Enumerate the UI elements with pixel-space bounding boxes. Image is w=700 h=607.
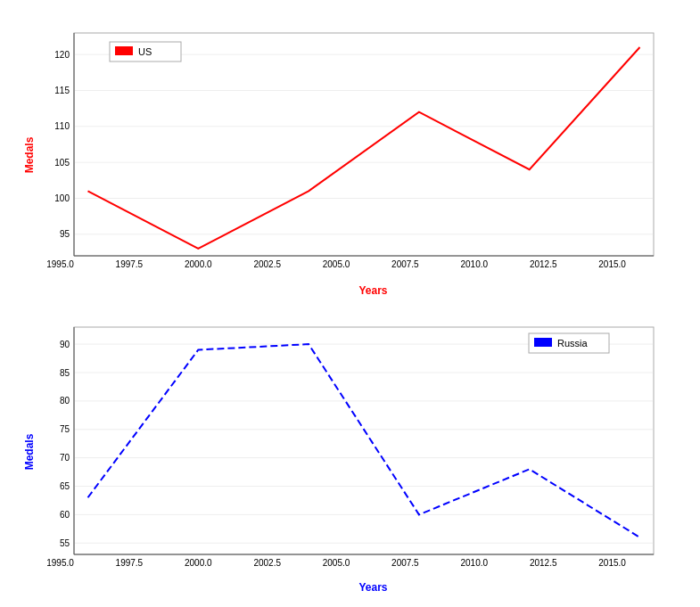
us-ytick-105: 105	[54, 158, 70, 168]
us-ytick-100: 100	[54, 193, 70, 203]
us-xtick-2005: 2005.0	[322, 259, 350, 269]
russia-legend-label: Russia	[557, 338, 589, 349]
main-container: Medals 95 100 105 110	[12, 10, 689, 598]
us-legend-label: US	[138, 46, 152, 57]
russia-ytick-55: 55	[59, 538, 70, 548]
russia-ytick-80: 80	[59, 396, 70, 406]
us-xtick-2015: 2015.0	[598, 259, 626, 269]
us-chart-svg: 95 100 105 110 115 120	[29, 20, 671, 291]
us-xtick-2002: 2002.5	[253, 259, 281, 269]
russia-xtick-2000: 2000.0	[185, 558, 212, 568]
russia-ytick-90: 90	[59, 340, 70, 349]
us-y-label: Medals	[23, 137, 36, 174]
russia-ytick-75: 75	[59, 424, 70, 434]
svg-rect-10	[74, 327, 654, 554]
us-chart-wrapper: Medals 95 100 105 110	[12, 10, 689, 302]
us-xtick-2012: 2012.5	[529, 259, 556, 269]
russia-xtick-2010: 2010.0	[460, 558, 488, 568]
russia-x-label: Years	[359, 581, 388, 594]
us-xtick-2000: 2000.0	[185, 259, 212, 269]
russia-chart-svg: 55 60 65 70 75 80 85 90 1995.0 199	[29, 314, 671, 590]
russia-y-label: Medals	[23, 433, 36, 470]
us-ytick-95: 95	[59, 229, 70, 239]
russia-xtick-2012: 2012.5	[529, 558, 556, 568]
svg-rect-0	[74, 33, 654, 256]
russia-ytick-85: 85	[59, 368, 70, 378]
russia-chart-wrapper: Medals 55 60 65	[12, 306, 689, 598]
russia-xtick-2005: 2005.0	[322, 558, 350, 568]
us-ytick-120: 120	[54, 50, 70, 60]
russia-xtick-1995: 1995.0	[46, 558, 74, 568]
russia-ytick-60: 60	[59, 510, 70, 520]
us-x-label: Years	[359, 284, 388, 297]
us-ytick-110: 110	[54, 121, 70, 131]
us-xtick-2010: 2010.0	[460, 259, 488, 269]
russia-ytick-70: 70	[59, 453, 70, 463]
russia-xtick-2002: 2002.5	[253, 558, 281, 568]
russia-xtick-2015: 2015.0	[598, 558, 626, 568]
us-legend-color	[115, 46, 133, 55]
us-xtick-2007: 2007.5	[391, 259, 419, 269]
russia-xtick-2007: 2007.5	[391, 558, 419, 568]
us-xtick-1995: 1995.0	[46, 259, 74, 269]
russia-xtick-1997: 1997.5	[115, 558, 143, 568]
us-ytick-115: 115	[54, 86, 70, 95]
us-xtick-1997: 1997.5	[115, 259, 143, 269]
russia-ytick-65: 65	[59, 481, 70, 491]
russia-legend-color	[534, 338, 552, 347]
